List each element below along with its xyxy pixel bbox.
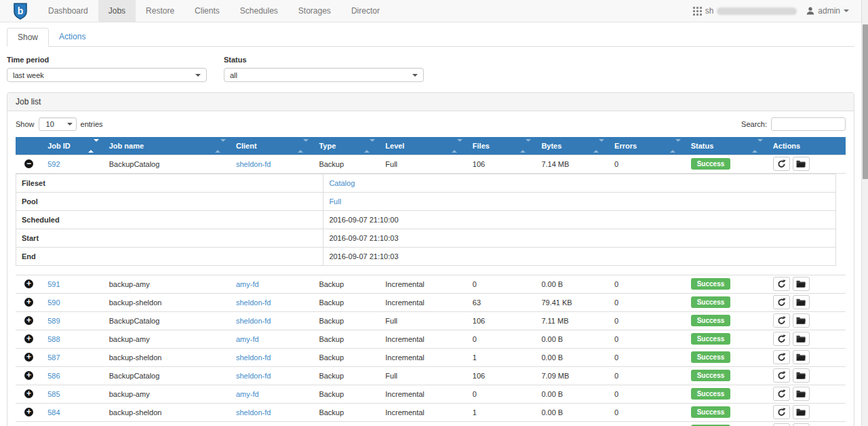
expand-row-button[interactable]: + — [24, 279, 33, 288]
cell-bytes: 0.00 B — [536, 385, 609, 403]
cell-errors: 0 — [609, 421, 686, 426]
user-menu[interactable]: admin — [818, 6, 840, 16]
job-id-link[interactable]: 590 — [47, 298, 60, 307]
detail-value-link[interactable]: Catalog — [329, 179, 355, 187]
column-level[interactable]: Level — [380, 137, 467, 155]
nav-item-storages[interactable]: Storages — [288, 0, 341, 22]
column-actions: Actions — [768, 137, 846, 155]
cell-files: 0 — [467, 275, 536, 293]
cell-level: Incremental — [380, 330, 467, 348]
job-id-link[interactable]: 592 — [47, 160, 60, 168]
cell-job-id: 587 — [42, 348, 104, 366]
client-link[interactable]: sheldon-fd — [236, 353, 271, 362]
job-details-button[interactable] — [793, 387, 810, 401]
chevron-down-icon[interactable] — [844, 9, 849, 12]
client-link[interactable]: sheldon-fd — [236, 372, 271, 380]
job-id-link[interactable]: 584 — [47, 408, 60, 417]
nav-item-schedules[interactable]: Schedules — [230, 0, 288, 22]
expand-row-button[interactable]: + — [24, 298, 33, 307]
cell-status: Success — [686, 421, 768, 426]
rerun-job-button[interactable] — [773, 350, 790, 364]
job-details-button[interactable] — [793, 405, 810, 419]
tab-actions[interactable]: Actions — [49, 28, 96, 47]
search-input[interactable] — [771, 117, 846, 131]
column-job-id[interactable]: Job ID — [42, 137, 104, 155]
column-label: Bytes — [541, 142, 561, 150]
scrollbar-thumb[interactable] — [863, 24, 868, 179]
cell-expand: + — [16, 366, 42, 385]
rerun-job-button[interactable] — [773, 332, 790, 346]
column-bytes[interactable]: Bytes — [536, 137, 609, 155]
rerun-job-button[interactable] — [773, 277, 790, 291]
job-details-button[interactable] — [793, 277, 810, 291]
expand-row-button[interactable]: + — [24, 408, 33, 417]
cell-bytes: 7.14 MB — [536, 155, 609, 173]
cell-errors: 0 — [609, 330, 686, 348]
rerun-job-button[interactable] — [773, 368, 790, 383]
panel-title: Job list — [7, 93, 854, 111]
expand-row-button[interactable]: + — [24, 389, 33, 398]
cell-type: Backup — [313, 403, 380, 421]
time-period-select[interactable]: last week — [7, 68, 207, 82]
job-details-button[interactable] — [793, 350, 810, 364]
job-details-button[interactable] — [793, 332, 810, 346]
job-row-584: +584backup-sheldonsheldon-fdBackupIncrem… — [16, 403, 846, 421]
expand-row-button[interactable]: + — [24, 316, 33, 325]
client-link[interactable]: amy-fd — [236, 280, 259, 288]
job-id-link[interactable]: 588 — [47, 335, 60, 343]
column-files[interactable]: Files — [467, 137, 536, 155]
entries-select[interactable]: 10 — [39, 117, 77, 131]
brand-logo[interactable]: b — [14, 0, 27, 22]
tab-show[interactable]: Show — [7, 28, 49, 47]
job-id-link[interactable]: 589 — [47, 317, 60, 325]
nav-item-jobs[interactable]: Jobs — [98, 0, 136, 22]
client-link[interactable]: amy-fd — [236, 390, 259, 398]
status-badge: Success — [691, 296, 731, 308]
job-details-button[interactable] — [793, 295, 810, 309]
sort-up-arrow — [88, 142, 94, 153]
collapse-row-button[interactable]: − — [24, 159, 33, 168]
expand-row-button[interactable]: + — [24, 334, 33, 343]
cell-errors: 0 — [609, 293, 686, 311]
rerun-job-button[interactable] — [773, 405, 790, 419]
job-details-button[interactable] — [793, 313, 810, 328]
table-header-row: Job IDJob nameClientTypeLevelFilesBytesE… — [16, 137, 846, 155]
rerun-job-button[interactable] — [773, 295, 790, 309]
rerun-job-button[interactable] — [773, 313, 790, 328]
client-link[interactable]: sheldon-fd — [236, 160, 271, 168]
sort-icon — [215, 142, 226, 150]
column-type[interactable]: Type — [313, 137, 380, 155]
column-job-name[interactable]: Job name — [104, 137, 231, 155]
client-link[interactable]: sheldon-fd — [236, 298, 271, 307]
client-link[interactable]: amy-fd — [236, 335, 259, 343]
job-row-589: +589BackupCatalogsheldon-fdBackupFull106… — [16, 311, 846, 330]
status-filter: Status all — [224, 56, 424, 82]
rerun-job-button[interactable] — [773, 387, 790, 401]
nav-item-clients[interactable]: Clients — [184, 0, 230, 22]
nav-item-director[interactable]: Director — [341, 0, 390, 22]
column-status[interactable]: Status — [686, 137, 768, 155]
job-id-link[interactable]: 591 — [47, 280, 60, 288]
rerun-job-button[interactable] — [773, 157, 790, 171]
expand-row-button[interactable]: + — [24, 353, 33, 362]
apps-grid-icon[interactable] — [693, 7, 702, 16]
nav-item-dashboard[interactable]: Dashboard — [38, 0, 98, 22]
job-id-link[interactable]: 587 — [47, 353, 60, 362]
detail-value-link[interactable]: Full — [329, 197, 341, 206]
job-details-button[interactable] — [793, 423, 810, 426]
job-id-link[interactable]: 585 — [47, 390, 60, 398]
column-client[interactable]: Client — [231, 137, 313, 155]
column-errors[interactable]: Errors — [609, 137, 686, 155]
cell-errors: 0 — [609, 155, 686, 173]
job-details-button[interactable] — [793, 368, 810, 383]
status-select[interactable]: all — [224, 68, 424, 82]
job-row-585: +585backup-amyamy-fdBackupIncremental00.… — [16, 385, 846, 403]
expand-row-button[interactable]: + — [24, 371, 33, 380]
nav-item-restore[interactable]: Restore — [136, 0, 184, 22]
job-details-button[interactable] — [793, 157, 810, 171]
job-id-link[interactable]: 586 — [47, 372, 60, 380]
cell-job-id: 584 — [42, 403, 104, 421]
client-link[interactable]: sheldon-fd — [236, 408, 271, 417]
rerun-job-button[interactable] — [773, 423, 790, 426]
client-link[interactable]: sheldon-fd — [236, 317, 271, 325]
